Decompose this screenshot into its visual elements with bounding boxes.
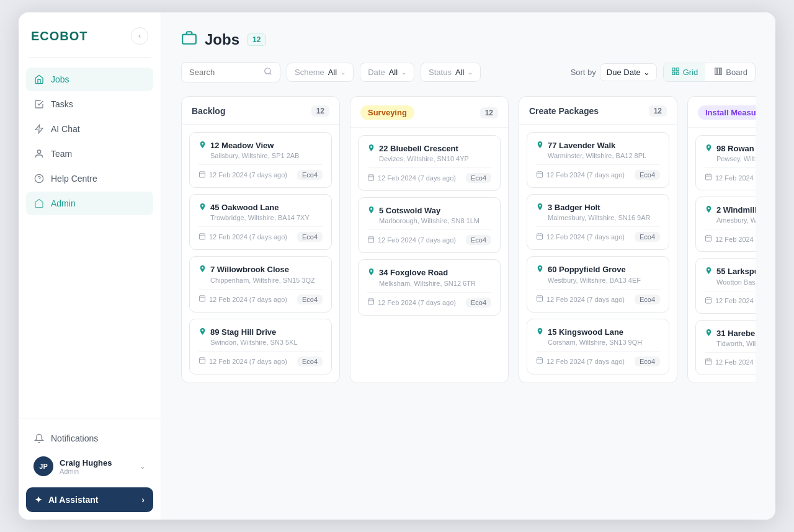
toolbar: Scheme All ⌄ Date All ⌄ Status All ⌄ Sor… bbox=[181, 62, 756, 82]
eco-badge: Eco4 bbox=[466, 298, 491, 308]
user-role: Admin bbox=[60, 468, 133, 475]
sidebar-item-team[interactable]: Team bbox=[26, 142, 153, 166]
calendar-icon bbox=[536, 295, 543, 304]
search-input[interactable] bbox=[189, 68, 259, 77]
job-address: 34 Foxglove Road bbox=[379, 267, 476, 278]
svg-rect-58 bbox=[706, 174, 711, 180]
avatar: JP bbox=[33, 456, 53, 476]
job-card[interactable]: 12 Meadow View Salisbury, Wiltshire, SP1… bbox=[189, 132, 332, 188]
job-location: Wootton Bassett, Wiltshire, S bbox=[716, 278, 756, 286]
pin-icon bbox=[367, 144, 375, 154]
sidebar-item-jobs[interactable]: Jobs bbox=[26, 68, 153, 91]
svg-rect-11 bbox=[715, 68, 717, 75]
job-meta: 12 Feb 2024 (7 days ago) bbox=[705, 167, 756, 182]
job-date: 12 Feb 2024 (7 days ago) bbox=[198, 295, 287, 304]
ai-assistant-arrow-icon: › bbox=[141, 495, 145, 505]
job-card[interactable]: 98 Rowan Close Pewsey, Wiltshire, SN9 5T… bbox=[695, 135, 756, 190]
job-card[interactable]: 77 Lavender Walk Warminster, Wiltshire, … bbox=[527, 132, 669, 188]
job-address-row: 3 Badger Holt Malmesbury, Wiltshire, SN1… bbox=[536, 202, 660, 221]
calendar-icon bbox=[367, 298, 375, 307]
job-card[interactable]: 31 Harebell Court Tidworth, Wiltshire, S… bbox=[695, 320, 756, 375]
job-date-text: 12 Feb 2024 (7 days ago) bbox=[546, 171, 625, 179]
calendar-icon bbox=[705, 173, 712, 182]
search-box[interactable] bbox=[181, 62, 280, 82]
scheme-filter[interactable]: Scheme All ⌄ bbox=[287, 63, 354, 82]
job-card[interactable]: 60 Poppyfield Grove Westbury, Wiltshire,… bbox=[527, 256, 669, 312]
svg-rect-14 bbox=[200, 172, 205, 177]
calendar-icon bbox=[705, 296, 712, 306]
job-card[interactable]: 55 Larkspur Way Wootton Bassett, Wiltshi… bbox=[695, 258, 756, 313]
date-filter[interactable]: Date All ⌄ bbox=[360, 63, 414, 82]
job-address-info: 77 Lavender Walk Warminster, Wiltshire, … bbox=[548, 140, 646, 159]
job-location: Marlborough, Wiltshire, SN8 1LM bbox=[379, 217, 480, 224]
tasks-icon bbox=[33, 99, 45, 110]
job-card[interactable]: 15 Kingswood Lane Corsham, Wiltshire, SN… bbox=[527, 319, 669, 375]
sidebar-collapse-button[interactable]: ‹ bbox=[131, 27, 148, 45]
sidebar-item-tasks[interactable]: Tasks bbox=[26, 92, 153, 116]
job-card[interactable]: 3 Badger Holt Malmesbury, Wiltshire, SN1… bbox=[527, 194, 669, 250]
svg-point-1 bbox=[37, 150, 40, 153]
job-location: Warminster, Wiltshire, BA12 8PL bbox=[548, 152, 646, 159]
job-meta: 12 Feb 2024 (7 days ago) bbox=[705, 291, 756, 306]
svg-rect-66 bbox=[706, 298, 711, 303]
column-create-packages: Create Packages 12 77 Lavender Walk Warm… bbox=[519, 96, 677, 383]
job-date-text: 12 Feb 2024 (7 days ago) bbox=[209, 171, 287, 179]
job-card[interactable]: 5 Cotswold Way Marlborough, Wiltshire, S… bbox=[358, 197, 501, 253]
job-meta: 12 Feb 2024 (7 days ago) Eco4 bbox=[367, 229, 491, 245]
pin-icon bbox=[705, 267, 713, 277]
job-location: Salisbury, Wiltshire, SP1 2AB bbox=[210, 152, 299, 159]
job-address-row: 12 Meadow View Salisbury, Wiltshire, SP1… bbox=[198, 140, 323, 159]
job-location: Swindon, Wiltshire, SN3 5KL bbox=[210, 339, 298, 346]
eco-badge: Eco4 bbox=[635, 232, 660, 242]
job-meta: 12 Feb 2024 (7 days ago) Eco4 bbox=[198, 164, 323, 180]
board-view-button[interactable]: Board bbox=[707, 63, 755, 81]
job-date: 12 Feb 2024 (7 days ago) bbox=[198, 171, 287, 180]
svg-rect-42 bbox=[537, 172, 543, 177]
grid-view-label: Grid bbox=[683, 68, 698, 77]
status-filter[interactable]: Status All ⌄ bbox=[421, 63, 481, 82]
svg-point-5 bbox=[265, 68, 270, 74]
job-address-row: 45 Oakwood Lane Trowbridge, Wiltshire, B… bbox=[198, 202, 323, 221]
column-backlog: Backlog 12 12 Meadow View Salisbury, Wil… bbox=[181, 96, 340, 383]
sidebar-header: ECOBOT ‹ bbox=[19, 12, 161, 55]
column-count-surveying: 12 bbox=[480, 107, 498, 118]
job-date-text: 12 Feb 2024 (7 days ago) bbox=[546, 296, 625, 303]
svg-rect-10 bbox=[676, 72, 679, 74]
sort-value-selector[interactable]: Due Date ⌄ bbox=[600, 63, 657, 81]
job-date: 12 Feb 2024 (7 days ago) bbox=[198, 357, 287, 366]
sidebar-item-ai-chat[interactable]: AI Chat bbox=[26, 117, 153, 141]
job-address-row: 7 Willowbrook Close Chippenham, Wiltshir… bbox=[198, 264, 323, 283]
sidebar-item-admin[interactable]: Admin bbox=[26, 192, 153, 215]
job-date: 12 Feb 2024 (7 days ago) bbox=[705, 358, 756, 367]
user-name: Craig Hughes bbox=[60, 458, 133, 468]
sidebar-item-label-jobs: Jobs bbox=[51, 74, 69, 84]
job-meta: 12 Feb 2024 (7 days ago) Eco4 bbox=[367, 292, 491, 308]
job-address: 22 Bluebell Crescent bbox=[379, 143, 469, 154]
column-header-install-measures: Install Measures bbox=[688, 97, 756, 128]
notifications-item[interactable]: Notifications bbox=[26, 427, 153, 450]
job-card[interactable]: 89 Stag Hill Drive Swindon, Wiltshire, S… bbox=[189, 319, 332, 375]
job-card[interactable]: 34 Foxglove Road Melksham, Wiltshire, SN… bbox=[358, 259, 501, 315]
job-address: 15 Kingswood Lane bbox=[548, 327, 642, 338]
eco-badge: Eco4 bbox=[297, 357, 323, 366]
sidebar-item-help[interactable]: Help Centre bbox=[26, 167, 153, 190]
scheme-filter-chevron-icon: ⌄ bbox=[341, 69, 346, 76]
job-card[interactable]: 22 Bluebell Crescent Devizes, Wiltshire,… bbox=[358, 135, 501, 191]
job-date-text: 12 Feb 2024 (7 days ago) bbox=[715, 297, 756, 304]
job-meta: 12 Feb 2024 (7 days ago) Eco4 bbox=[536, 289, 660, 304]
job-card[interactable]: 45 Oakwood Lane Trowbridge, Wiltshire, B… bbox=[189, 194, 332, 250]
calendar-icon bbox=[536, 233, 543, 242]
ai-assistant-button[interactable]: ✦ AI Assistant › bbox=[26, 487, 153, 512]
user-profile[interactable]: JP Craig Hughes Admin ⌄ bbox=[26, 450, 153, 482]
job-address-info: 7 Willowbrook Close Chippenham, Wiltshir… bbox=[210, 264, 315, 283]
grid-view-button[interactable]: Grid bbox=[664, 63, 706, 81]
page-header: Jobs 12 bbox=[181, 30, 756, 50]
job-date-text: 12 Feb 2024 (7 days ago) bbox=[715, 174, 756, 182]
pin-icon bbox=[367, 206, 375, 216]
job-date-text: 12 Feb 2024 (7 days ago) bbox=[209, 296, 287, 303]
job-card[interactable]: 7 Willowbrook Close Chippenham, Wiltshir… bbox=[189, 256, 332, 312]
eco-badge: Eco4 bbox=[635, 170, 660, 180]
job-date: 12 Feb 2024 (7 days ago) bbox=[536, 357, 625, 366]
job-card[interactable]: 2 Windmill Rise Amesbury, Wiltshire, SP4… bbox=[695, 197, 756, 252]
job-address: 5 Cotswold Way bbox=[379, 205, 480, 216]
